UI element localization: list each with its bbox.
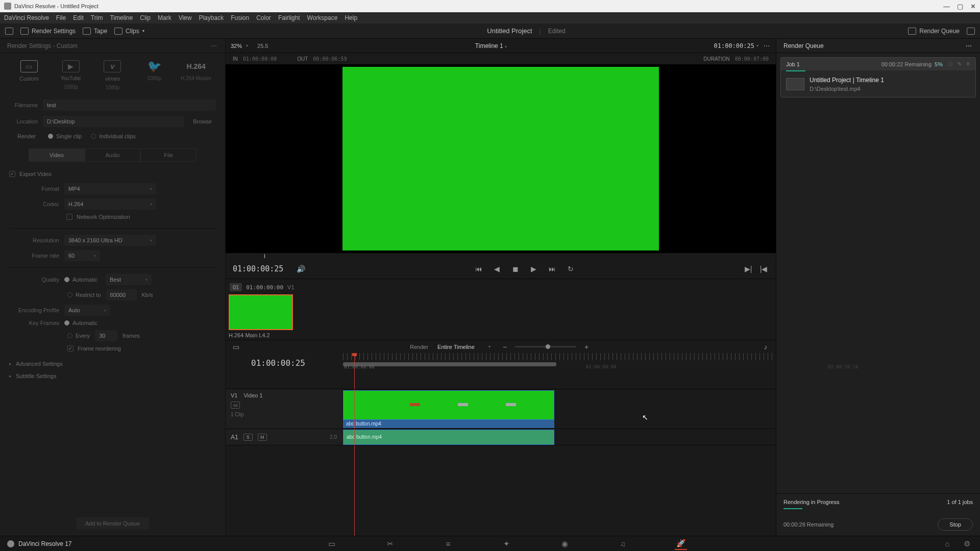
netopt-checkbox[interactable] — [66, 214, 72, 220]
advanced-settings-toggle[interactable]: ▸ Advanced Settings — [0, 356, 225, 372]
zoom-slider[interactable] — [515, 346, 576, 347]
timeline-options-icon[interactable]: ▭ — [231, 342, 241, 352]
v1-track-header[interactable]: V1 Video 1 ▭ 1 Clip — [226, 389, 342, 429]
fusion-page-button[interactable]: ✦ — [500, 538, 512, 550]
project-settings-button[interactable]: ⚙ — [961, 538, 973, 550]
browse-button[interactable]: Browse — [189, 116, 216, 127]
next-clip-button[interactable]: ▶| — [743, 264, 753, 274]
close-button[interactable]: ✕ — [970, 3, 976, 10]
menu-playback[interactable]: Playback — [199, 14, 224, 21]
job-card[interactable]: Job 1 00:00:22 Remaining 5% ⚆ ✎ ✕ Untitl… — [780, 57, 976, 97]
menu-clip[interactable]: Clip — [140, 14, 151, 21]
queue-menu-icon[interactable]: ⋯ — [966, 42, 973, 49]
preset-youtube[interactable]: ▶ YouTube 1080p — [50, 60, 92, 90]
export-video-checkbox[interactable]: ✓ — [9, 171, 15, 177]
audio-clip[interactable]: abc button.mp4 — [343, 430, 554, 445]
scrub-playhead[interactable] — [264, 254, 265, 258]
keyframes-auto-radio[interactable]: Automatic — [64, 320, 97, 326]
ruler-playhead[interactable] — [354, 353, 355, 372]
format-select[interactable]: MP4▾ — [64, 183, 156, 194]
go-end-button[interactable]: ⏭ — [547, 264, 557, 274]
a1-solo-toggle[interactable]: S — [243, 434, 253, 441]
deliver-page-icon[interactable] — [5, 28, 13, 35]
preset-custom[interactable]: ▭ Custom — [8, 60, 50, 90]
viewer-scrubber[interactable] — [226, 254, 776, 258]
preset-twitter[interactable]: 🐦 1080p — [133, 60, 175, 90]
quality-best-select[interactable]: Best▾ — [106, 274, 152, 285]
menu-trim[interactable]: Trim — [91, 14, 103, 21]
framerate-select[interactable]: 60▾ — [64, 250, 100, 261]
menu-color[interactable]: Color — [256, 14, 271, 21]
tab-file[interactable]: File — [140, 148, 197, 162]
stop-button[interactable]: ◼ — [510, 264, 521, 274]
single-clip-radio[interactable]: Single clip — [48, 133, 82, 139]
panel-menu-icon[interactable]: ⋯ — [211, 42, 218, 49]
quality-auto-radio[interactable]: Automatic — [64, 277, 97, 283]
viewer-timecode[interactable]: 01:00:00:25 — [714, 42, 754, 49]
stop-render-button[interactable]: Stop — [938, 518, 973, 531]
subtitle-settings-toggle[interactable]: ▸ Subtitle Settings — [0, 372, 225, 384]
media-page-button[interactable]: ▭ — [326, 538, 338, 550]
resolution-select[interactable]: 3840 x 2160 Ultra HD▾ — [64, 235, 156, 246]
viewer-menu-icon[interactable]: ⋯ — [764, 42, 771, 49]
zoom-out-button[interactable]: − — [500, 342, 510, 352]
individual-clips-radio[interactable]: Individual clips — [91, 133, 136, 139]
job-network-icon[interactable]: ⚆ — [948, 61, 953, 67]
viewer-canvas[interactable] — [226, 64, 776, 253]
tape-tab[interactable]: Tape — [83, 28, 107, 35]
play-button[interactable]: ▶ — [529, 264, 539, 274]
color-page-button[interactable]: ◉ — [558, 538, 571, 550]
deliver-page-button[interactable]: 🚀 — [675, 538, 687, 550]
tab-audio[interactable]: Audio — [85, 148, 141, 162]
ruler-range[interactable] — [343, 362, 556, 366]
volume-icon[interactable]: 🔊 — [296, 264, 306, 274]
audio-meter-icon[interactable]: ♪ — [761, 342, 771, 352]
menu-timeline[interactable]: Timeline — [110, 14, 133, 21]
zoom-in-button[interactable]: + — [581, 342, 592, 352]
menu-mark[interactable]: Mark — [158, 14, 172, 21]
tab-video[interactable]: Video — [29, 148, 85, 162]
menu-help[interactable]: Help — [345, 14, 357, 21]
a1-track-header[interactable]: A1 S M 2.0 — [226, 429, 342, 445]
prev-clip-button[interactable]: |◀ — [758, 264, 769, 274]
zoom-select[interactable]: 32%▾ 25.5 — [231, 43, 268, 49]
render-queue-tab[interactable]: Render Queue — [908, 28, 960, 35]
add-to-queue-button[interactable]: Add to Render Queue — [76, 517, 149, 530]
reorder-checkbox[interactable]: ✓ — [67, 345, 74, 352]
codec-select[interactable]: H.264▾ — [64, 198, 156, 210]
preset-vimeo[interactable]: v vimeo 1080p — [92, 60, 134, 90]
keyframes-every-radio[interactable]: Every — [67, 333, 90, 339]
maximize-button[interactable]: ▢ — [957, 3, 963, 10]
encprof-select[interactable]: Auto▾ — [64, 305, 110, 316]
timeline-name[interactable]: Timeline 1 ▾ — [268, 42, 714, 49]
restrict-radio[interactable]: Restrict to — [67, 292, 101, 298]
location-input[interactable] — [43, 116, 184, 127]
step-back-button[interactable]: ◀ — [492, 264, 502, 274]
preset-h264[interactable]: H.264 H.264 Master — [175, 60, 217, 90]
menu-file[interactable]: File — [56, 14, 66, 21]
render-settings-tab[interactable]: Render Settings — [20, 28, 76, 35]
fairlight-page-button[interactable]: ♫ — [617, 538, 629, 550]
loop-button[interactable]: ↻ — [566, 264, 576, 274]
home-button[interactable]: ⌂ — [941, 538, 953, 550]
job-edit-icon[interactable]: ✎ — [957, 61, 962, 67]
menu-davinci[interactable]: DaVinci Resolve — [4, 14, 49, 21]
a1-mute-toggle[interactable]: M — [258, 434, 267, 441]
go-start-button[interactable]: ⏮ — [474, 264, 484, 274]
menu-fairlight[interactable]: Fairlight — [278, 14, 300, 21]
resolve-logo-icon[interactable] — [7, 540, 14, 547]
cut-page-button[interactable]: ✂ — [384, 538, 396, 550]
menu-workspace[interactable]: Workspace — [307, 14, 338, 21]
menu-edit[interactable]: Edit — [73, 14, 84, 21]
minimize-button[interactable]: — — [943, 3, 950, 10]
expand-button[interactable] — [967, 28, 975, 35]
restrict-input[interactable] — [106, 289, 137, 300]
video-clip[interactable] — [343, 390, 554, 420]
render-scope-select[interactable]: Entire Timeline▾ — [433, 341, 495, 353]
v1-enable-toggle[interactable]: ▭ — [231, 402, 240, 409]
filename-input[interactable] — [43, 99, 216, 111]
clip-thumbnail[interactable] — [229, 294, 293, 330]
job-delete-icon[interactable]: ✕ — [966, 61, 970, 67]
timeline-ruler[interactable]: 01:00:08:08 01:00:16:16 01:00:00:00 — [342, 353, 776, 372]
every-input[interactable] — [95, 330, 117, 341]
